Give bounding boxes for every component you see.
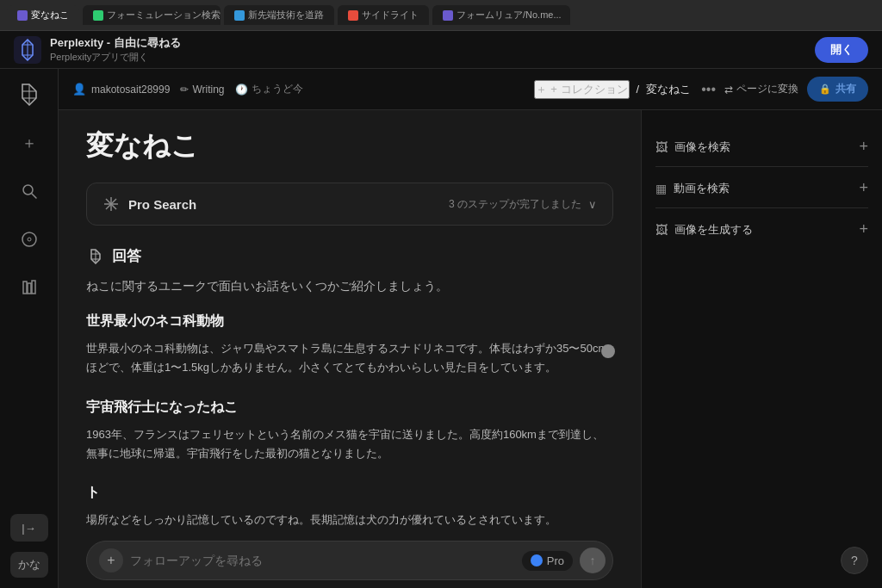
- video-icon: ▦: [655, 182, 667, 195]
- input-add-button[interactable]: +: [99, 548, 123, 573]
- right-panel-image-generate[interactable]: 🖼 画像を生成する +: [655, 210, 868, 249]
- svg-rect-6: [32, 281, 35, 294]
- sub-header-right: ••• ⇄ ページに変換 🔒 共有: [701, 77, 868, 102]
- time-label: ちょうど今: [252, 82, 303, 96]
- section-text-2: 1963年、フランスはフェリセットという名前のメス猫を宇宙に送りました。高度約1…: [86, 425, 613, 463]
- right-panel-video-search[interactable]: ▦ 動画を検索 +: [655, 169, 868, 208]
- app-notification-bar: Perplexity - 自由に尋ねる Perplexityアプリで開く 開く: [0, 31, 882, 69]
- app-title: Perplexity - 自由に尋ねる: [50, 35, 181, 51]
- share-button[interactable]: 🔒 共有: [807, 77, 868, 102]
- steps-text: 3 のステップが完了しました: [449, 197, 581, 212]
- video-search-label: 動画を検索: [674, 181, 730, 196]
- lock-icon: 🔒: [819, 84, 831, 95]
- browser-bar: 変なねこ フォーミュレーション検索 新先端技術を道路 サイドライト フォームリュ…: [0, 0, 882, 31]
- sub-header-center: ＋ + コレクション / 変なねこ: [534, 80, 691, 99]
- time-info: 🕐 ちょうど今: [235, 82, 303, 96]
- sidebar-item-search[interactable]: [14, 176, 45, 207]
- add-icon: +: [107, 553, 115, 568]
- sidebar-kana-button[interactable]: かな: [10, 552, 48, 578]
- collection-name: 変なねこ: [646, 82, 691, 97]
- library-icon: [21, 279, 38, 296]
- browser-tab-4[interactable]: サイドライト: [338, 5, 429, 25]
- pro-search-right: 3 のステップが完了しました ∨: [449, 197, 597, 212]
- sub-header: 👤 makotosait28999 ✏ Writing 🕐 ちょうど今 ＋ + …: [59, 69, 882, 110]
- sidebar-export-button[interactable]: |→: [10, 514, 48, 542]
- pro-toggle[interactable]: Pro: [522, 551, 573, 571]
- rp-left-3: 🖼 画像を生成する: [655, 222, 753, 238]
- perplexity-app-logo: [14, 36, 41, 64]
- page-convert-label: ページに変換: [736, 82, 798, 96]
- rp-plus-1: +: [859, 138, 868, 156]
- tab-favicon-3: [234, 10, 245, 21]
- main-layout: ＋ |→ かな: [0, 69, 882, 588]
- chevron-down-icon: ∨: [588, 198, 597, 211]
- username-label: makotosait28999: [91, 84, 170, 96]
- section-title-3: ト: [86, 484, 613, 502]
- sidebar-logo[interactable]: [14, 79, 45, 110]
- pencil-icon: ✏: [180, 84, 189, 96]
- bottom-input-bar: + Pro ↑: [59, 533, 641, 588]
- app-bar-text: Perplexity - 自由に尋ねる Perplexityアプリで開く: [50, 35, 181, 64]
- image-icon: 🖼: [655, 140, 668, 154]
- browser-tab-active[interactable]: 変なねこ: [7, 5, 79, 25]
- svg-point-3: [28, 238, 31, 241]
- mode-label: Writing: [192, 84, 224, 96]
- collection-plus-icon: ＋: [536, 82, 547, 97]
- help-button[interactable]: ?: [841, 547, 868, 574]
- rp-left-1: 🖼 画像を検索: [655, 139, 730, 155]
- section-title-1: 世界最小のネコ科動物: [86, 313, 613, 331]
- answer-title: 回答: [112, 246, 141, 266]
- compass-icon: [21, 231, 38, 248]
- input-right: Pro ↑: [522, 548, 606, 573]
- kana-label: かな: [18, 557, 40, 573]
- pro-search-left: Pro Search: [102, 195, 196, 213]
- image-search-label: 画像を検索: [674, 139, 730, 155]
- main-content: 変なねこ Pro Search: [59, 110, 641, 588]
- collection-label: + コレクション: [550, 82, 627, 97]
- section-title-2: 宇宙飛行士になったねこ: [86, 399, 613, 417]
- send-button[interactable]: ↑: [580, 548, 606, 573]
- floating-circle: [601, 344, 615, 358]
- app-open-button[interactable]: 開く: [815, 37, 868, 63]
- sidebar: ＋ |→ かな: [0, 69, 59, 588]
- rp-left-2: ▦ 動画を検索: [655, 181, 730, 196]
- svg-point-2: [22, 232, 36, 246]
- browser-tab-3[interactable]: 新先端技術を道路: [224, 5, 334, 25]
- pro-search-icon: [102, 195, 120, 213]
- browser-tab-2[interactable]: フォーミュレーション検索: [83, 5, 220, 25]
- right-panel: 🖼 画像を検索 + ▦ 動画を検索 + 🖼 画像を生成する: [641, 110, 882, 588]
- perplexity-answer-icon: [87, 248, 104, 265]
- separator: /: [637, 83, 640, 96]
- svg-rect-5: [28, 283, 31, 294]
- right-panel-image-search[interactable]: 🖼 画像を検索 +: [655, 127, 868, 167]
- sub-header-left: 👤 makotosait28999 ✏ Writing 🕐 ちょうど今: [72, 82, 524, 96]
- page-convert-icon: ⇄: [724, 84, 733, 96]
- sidebar-item-discover[interactable]: [14, 224, 45, 255]
- browser-tab-5[interactable]: フォームリュア/No.me...: [432, 5, 570, 25]
- app-subtitle: Perplexityアプリで開く: [50, 51, 181, 64]
- share-label: 共有: [835, 82, 856, 96]
- page-title: 変なねこ: [86, 127, 613, 165]
- search-icon: [21, 183, 38, 200]
- app-bar-left: Perplexity - 自由に尋ねる Perplexityアプリで開く: [14, 35, 181, 64]
- collection-button[interactable]: ＋ + コレクション: [534, 80, 629, 99]
- clock-icon: 🕐: [235, 84, 248, 96]
- sidebar-item-new[interactable]: ＋: [14, 127, 45, 158]
- followup-input[interactable]: [130, 554, 515, 567]
- answer-icon: [86, 247, 105, 266]
- user-info: 👤 makotosait28999: [72, 83, 170, 96]
- pro-search-label: Pro Search: [128, 197, 196, 212]
- tab-label-1: 変なねこ: [31, 9, 69, 22]
- tab-label-4: サイドライト: [362, 9, 419, 22]
- rp-plus-3: +: [859, 220, 868, 238]
- page-convert-button[interactable]: ⇄ ページに変換: [724, 82, 798, 96]
- section-text-3: 場所などをしっかり記憶しているのですね。長期記憶は犬の力が優れているとされていま…: [86, 511, 613, 529]
- perplexity-logo-icon: [16, 81, 43, 108]
- sidebar-bottom: |→ かな: [10, 514, 48, 578]
- more-options-button[interactable]: •••: [701, 82, 716, 97]
- snowflake-icon: [103, 196, 119, 212]
- content-area: 👤 makotosait28999 ✏ Writing 🕐 ちょうど今 ＋ + …: [59, 69, 882, 588]
- section-text-1: 世界最小のネコ科動物は、ジャワ島やスマトラ島に生息するスナドリネコです。体長はわ…: [86, 339, 613, 377]
- sidebar-item-library[interactable]: [14, 272, 45, 303]
- pro-search-box[interactable]: Pro Search 3 のステップが完了しました ∨: [86, 183, 613, 226]
